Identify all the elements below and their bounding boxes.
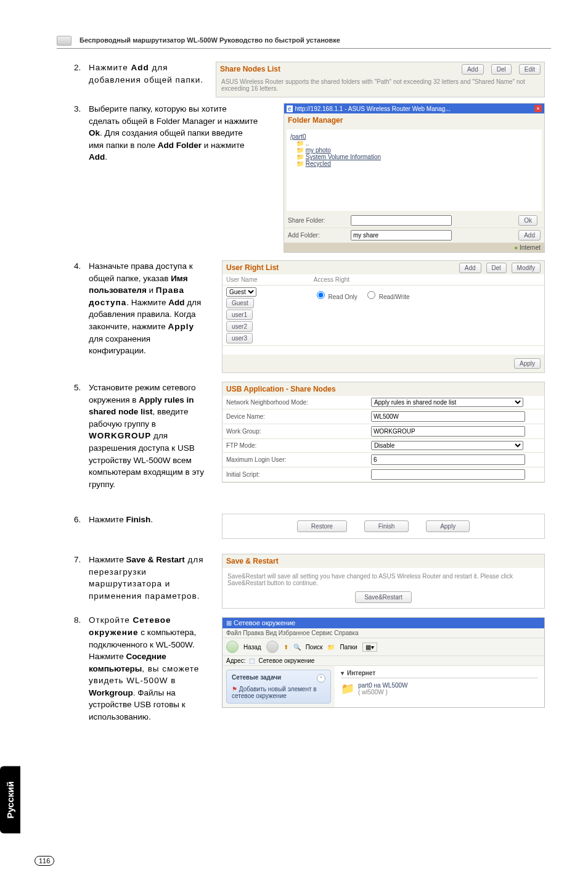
close-icon[interactable]: × <box>534 105 542 112</box>
step-8: 8. Откройте Сетевое окружение с компьюте… <box>74 614 210 723</box>
share-folder-input[interactable] <box>351 215 452 226</box>
user-right-panel: User Right List Add Del Modify User Name… <box>222 260 545 373</box>
share-nodes-panel: Share Nodes List Add Del Edit ASUS Wirel… <box>216 62 545 97</box>
save-restart-panel: Save & Restart Save&Restart will save al… <box>222 554 545 609</box>
up-icon[interactable]: ⬆ <box>284 644 288 651</box>
add-folder-input[interactable] <box>351 230 452 240</box>
folder-icon: 📁 <box>296 147 304 154</box>
folder-icon: 📁 <box>296 140 304 147</box>
add-button[interactable]: Add <box>462 64 484 75</box>
ie-icon: e <box>287 105 293 112</box>
page-header: Беспроводный маршрутизатор WL-500W Руков… <box>57 36 551 49</box>
toolbar: Назад ⬆ 🔍Поиск 📁Папки ▦▾ <box>223 638 544 656</box>
folder-icon: 📁 <box>296 160 304 167</box>
network-icon: ⊞ <box>226 619 232 626</box>
modify-button[interactable]: Modify <box>512 263 541 273</box>
collapse-icon[interactable]: ˄ <box>317 674 325 683</box>
read-write-radio[interactable]: Read/Write <box>364 294 410 300</box>
window-titlebar: ⊞ Сетевое окружение <box>223 618 544 628</box>
edit-button[interactable]: Edit <box>519 64 541 75</box>
network-icon: ⬚ <box>249 657 255 664</box>
restore-button[interactable]: Restore <box>297 520 347 532</box>
del-button[interactable]: Del <box>486 263 507 273</box>
add-place-icon[interactable]: ⚑ <box>232 686 237 692</box>
del-button[interactable]: Del <box>491 64 512 75</box>
folder-icon: 📁 <box>296 154 304 160</box>
step-7: 7. Нажмите Save & Restart для перезагруз… <box>74 554 210 602</box>
network-window: ⊞ Сетевое окружение Файл Правка Вид Избр… <box>222 617 545 708</box>
share-nodes-desc: ASUS Wireless Router supports the shared… <box>216 76 544 97</box>
forward-icon[interactable] <box>266 641 279 653</box>
add-button[interactable]: Add <box>518 230 541 240</box>
step-2: 2. Нажмите Add для добавления общей папк… <box>74 62 203 86</box>
read-only-radio[interactable]: Read Only <box>314 294 357 300</box>
side-title: Сетевые задачи <box>232 674 281 681</box>
back-icon[interactable] <box>226 641 239 653</box>
finish-button[interactable]: Finish <box>364 520 409 532</box>
finish-bar: Restore Finish Apply <box>222 514 545 539</box>
page-number: 116 <box>35 856 54 866</box>
apply-button[interactable]: Apply <box>426 520 470 532</box>
search-icon[interactable]: 🔍 <box>293 644 301 651</box>
folders-icon[interactable]: 📁 <box>327 644 335 651</box>
usb-app-panel: USB Application - Share Nodes Network Ne… <box>222 382 545 483</box>
book-icon <box>57 36 71 46</box>
step-6: 6. Нажмите Finish. <box>74 514 210 526</box>
step-3: 3. Выберите папку, которую вы хотите сде… <box>74 103 259 163</box>
view-icon[interactable]: ▦▾ <box>362 643 377 652</box>
language-tab: Русский <box>0 766 20 834</box>
window-titlebar: e http://192.168.1.1 - ASUS Wireless Rou… <box>284 104 544 113</box>
save-restart-button[interactable]: Save&Restart <box>355 591 412 603</box>
step-5: 5. Установите режим сетевого окружения в… <box>74 382 210 490</box>
add-button[interactable]: Add <box>459 263 481 273</box>
user-select[interactable]: Guest <box>226 287 256 297</box>
header-title: Беспроводный маршрутизатор WL-500W Руков… <box>80 36 340 44</box>
share-folder-icon[interactable]: 📁 <box>341 682 354 696</box>
menu-bar[interactable]: Файл Правка Вид Избранное Сервис Справка <box>223 628 544 638</box>
folder-manager-panel: e http://192.168.1.1 - ASUS Wireless Rou… <box>284 103 545 253</box>
ok-button[interactable]: Ok <box>518 215 537 226</box>
globe-icon: ● <box>514 244 518 251</box>
step-4: 4. Назначьте права доступа к общей папке… <box>74 260 210 357</box>
share-nodes-title: Share Nodes List <box>216 62 284 76</box>
apply-button[interactable]: Apply <box>514 358 541 369</box>
